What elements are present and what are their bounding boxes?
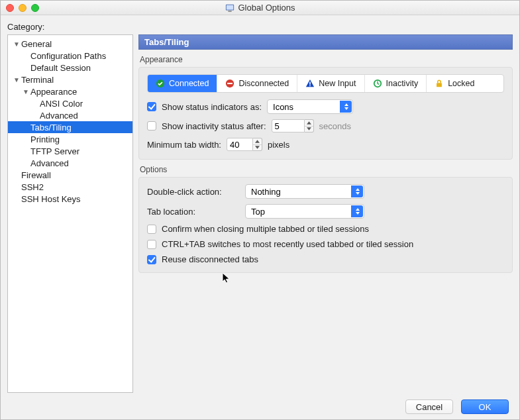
tree-item[interactable]: Printing (8, 133, 132, 145)
tree-item[interactable]: SSH2 (8, 181, 132, 193)
svg-rect-1 (226, 5, 233, 9)
tree-item-label: Configuration Paths (30, 51, 106, 61)
stepper-up-icon[interactable] (253, 138, 262, 145)
show-status-checkbox[interactable] (147, 102, 156, 111)
tree-item-label: TFTP Server (30, 146, 79, 156)
tree-item-label: Printing (30, 134, 60, 144)
min-tab-width-label: Minimum tab width: (147, 140, 221, 150)
lock-icon (435, 79, 444, 88)
tree-item-label: ANSI Color (40, 99, 83, 109)
tree-item-label: Appearance (30, 87, 77, 97)
disclosure-triangle-icon[interactable]: ▼ (13, 76, 20, 83)
tree-item-label: Firewall (21, 170, 51, 180)
tree-item[interactable]: Firewall (8, 169, 132, 181)
inactivity-seconds-input[interactable] (272, 119, 305, 132)
tree-item[interactable]: Default Session (8, 62, 132, 74)
disclosure-triangle-icon[interactable]: ▼ (23, 88, 29, 95)
svg-rect-9 (437, 83, 442, 87)
stepper-down-icon[interactable] (305, 127, 313, 132)
tabloc-label: Tab location: (147, 207, 240, 217)
inactivity-status-checkbox[interactable] (147, 121, 156, 131)
tabloc-select[interactable]: Top (245, 204, 364, 219)
clock-icon (373, 79, 382, 88)
ctrl-tab-label: CTRL+TAB switches to most recently used … (162, 239, 413, 249)
show-status-select-field[interactable]: Icons (267, 99, 353, 114)
svg-rect-2 (228, 11, 231, 11)
cancel-button[interactable]: Cancel (405, 399, 453, 414)
warning-icon (305, 79, 315, 88)
inactivity-status-label: Show inactivity status after: (162, 121, 266, 131)
tree-item-label: Advanced (30, 158, 69, 168)
disclosure-triangle-icon[interactable]: ▼ (13, 40, 20, 48)
status-disconnected-label: Disconnected (238, 79, 289, 88)
tree-item[interactable]: Advanced (8, 109, 132, 121)
stepper-down-icon[interactable] (253, 145, 262, 151)
tree-item[interactable]: ▼Terminal (8, 74, 132, 85)
reuse-disconnected-label: Reuse disconnected tabs (162, 254, 258, 264)
options-group: Double-click action: Nothing Tab locatio… (138, 177, 513, 273)
category-label: Category: (7, 22, 513, 32)
svg-rect-5 (228, 83, 233, 84)
reuse-disconnected-checkbox[interactable] (147, 255, 156, 264)
window-body: Category: ▼GeneralConfiguration PathsDef… (1, 15, 519, 419)
min-tab-width-input[interactable] (227, 138, 253, 151)
window-title: Global Options (1, 3, 519, 13)
tree-item-label: SSH Host Keys (21, 194, 81, 204)
status-new-input-label: New Input (319, 79, 356, 88)
tree-item[interactable]: TFTP Server (8, 145, 132, 157)
tree-item-label: Advanced (40, 111, 78, 121)
min-tab-width-stepper[interactable] (227, 138, 262, 151)
window-title-label: Global Options (238, 3, 295, 13)
status-locked[interactable]: Locked (427, 75, 482, 92)
status-indicators-bar: Connected Disconnected New Input (147, 74, 504, 93)
no-entry-icon (225, 79, 234, 88)
confirm-close-checkbox[interactable] (147, 225, 156, 234)
tree-item-label: Default Session (30, 63, 91, 73)
tree-item-label: Terminal (21, 75, 54, 85)
tree-item[interactable]: ANSI Color (8, 97, 132, 109)
tree-item[interactable]: SSH Host Keys (8, 193, 132, 205)
status-locked-label: Locked (448, 79, 474, 88)
dblclick-select-field[interactable]: Nothing (245, 184, 364, 199)
app-icon (225, 3, 234, 13)
ok-button[interactable]: OK (461, 399, 509, 414)
section-title: Tabs/Tiling (138, 34, 513, 50)
status-inactivity-label: Inactivity (386, 79, 419, 88)
tree-item-label: Tabs/Tiling (30, 123, 72, 132)
status-disconnected[interactable]: Disconnected (217, 75, 297, 92)
tree-item[interactable]: Advanced (8, 157, 132, 169)
check-circle-icon (156, 79, 165, 88)
appearance-group: Connected Disconnected New Input (138, 67, 513, 160)
confirm-close-label: Confirm when closing multiple tabbed or … (162, 224, 369, 234)
tree-item[interactable]: Configuration Paths (8, 50, 132, 62)
global-options-window: Global Options Category: ▼GeneralConfigu… (0, 0, 520, 420)
inactivity-seconds-stepper[interactable] (272, 119, 314, 132)
tree-item[interactable]: ▼Appearance (8, 85, 132, 97)
ctrl-tab-checkbox[interactable] (147, 240, 156, 249)
dialog-buttons: Cancel OK (7, 393, 513, 414)
stepper-up-icon[interactable] (305, 120, 313, 127)
category-tree[interactable]: ▼GeneralConfiguration PathsDefault Sessi… (7, 34, 133, 393)
options-group-label: Options (140, 165, 513, 174)
titlebar: Global Options (1, 1, 519, 15)
status-connected-label: Connected (169, 79, 209, 88)
appearance-group-label: Appearance (140, 55, 513, 64)
tree-item-label: SSH2 (21, 182, 44, 192)
show-status-select[interactable]: Icons (267, 99, 353, 114)
tree-item-label: General (21, 39, 52, 49)
dblclick-select[interactable]: Nothing (245, 184, 364, 199)
status-new-input[interactable]: New Input (297, 75, 364, 92)
status-inactivity[interactable]: Inactivity (365, 75, 427, 92)
tree-item[interactable]: ▼General (8, 38, 132, 50)
show-status-label: Show status indicators as: (162, 102, 262, 112)
inactivity-seconds-unit: seconds (319, 121, 351, 131)
tabloc-select-field[interactable]: Top (245, 204, 364, 219)
settings-content: Tabs/Tiling Appearance Connected Disconn… (138, 34, 513, 393)
dblclick-label: Double-click action: (147, 187, 240, 197)
svg-rect-6 (309, 81, 311, 84)
status-connected[interactable]: Connected (148, 75, 217, 92)
min-tab-width-unit: pixels (268, 140, 289, 150)
tree-item[interactable]: Tabs/Tiling (8, 121, 132, 133)
svg-rect-7 (309, 85, 311, 87)
